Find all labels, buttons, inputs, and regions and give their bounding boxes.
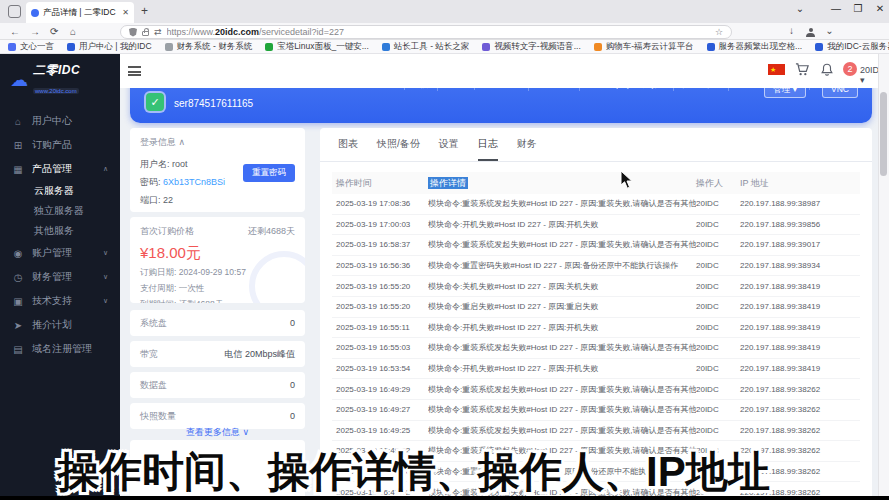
sidebar-item[interactable]: ⊞ 订购产品 <box>0 133 120 157</box>
sidebar-item-label: 账户管理 <box>32 246 72 260</box>
port-value: 22 <box>163 195 173 205</box>
bookmark-star-icon[interactable]: ☆ <box>715 27 723 37</box>
sidebar-item[interactable]: 云服务器 <box>0 181 120 201</box>
sidebar-item[interactable]: ◷ 财务管理 ∨ <box>0 265 120 289</box>
bookmark-label: 文心一言 <box>20 41 54 53</box>
log-table-row[interactable]: 2025-03-19 16:49:29 模块命令:重装系统发起失败#Host I… <box>332 379 860 400</box>
sidebar-item[interactable]: ➤ 推介计划 <box>0 313 120 337</box>
scrollbar-thumb[interactable] <box>880 92 887 176</box>
list-tabs-icon[interactable]: ⌄ <box>790 3 810 14</box>
minimize-button[interactable]: — <box>826 3 846 14</box>
server-banner: CentOS-7.5.2111-x64 4核 1GB 15G硬盘 4G盘+1 1… <box>130 88 872 123</box>
order-info-card: 首次订购价格 还剩4688天 ¥18.00元 订购日期: 2024-09-29 … <box>130 217 305 303</box>
col-ip: IP 地址 <box>740 177 860 190</box>
cart-icon[interactable] <box>795 62 810 77</box>
login-card-title[interactable]: 登录信息 ∧ <box>140 136 295 149</box>
sidebar-item[interactable]: ▦ 产品管理 ∧ <box>0 157 120 181</box>
panel-tab[interactable]: 设置 <box>439 137 459 161</box>
bookmark-item[interactable]: 宝塔Linux面板_一键安... <box>265 41 369 53</box>
panel-tab[interactable]: 日志 <box>478 137 498 161</box>
log-detail: 模块命令:重置密码失败#Host ID 227 - 原因:备份还原中不能执行该操… <box>428 260 696 271</box>
bookmark-item[interactable]: 购物车-福寿云计算平台 <box>594 41 694 53</box>
info-row-value: 0 <box>290 380 295 390</box>
log-table-row[interactable]: 2025-03-19 17:00:03 模块命令:开机失败#Host ID 22… <box>332 215 860 236</box>
server-specs: CentOS-7.5.2111-x64 4核 1GB 15G硬盘 4G盘+1 1… <box>300 88 810 91</box>
close-button[interactable]: ✕ <box>870 3 889 14</box>
log-table-row[interactable]: 2025-03-19 16:55:20 模块命令:重启失败#Host ID 22… <box>332 297 860 318</box>
log-panel: 图表 快照/备份 设置 日志 财务 操作时间 操作详情 操作人 IP 地址 20… <box>320 128 872 496</box>
sidebar-item[interactable]: ⌂ 用户中心 <box>0 109 120 133</box>
sidebar-item[interactable]: ▣ 技术支持 ∨ <box>0 289 120 313</box>
browser-tab[interactable]: 产品详情 | 二零IDC ✕ <box>26 2 134 23</box>
log-operator: 20IDC <box>696 282 740 291</box>
panel-tab[interactable]: 图表 <box>338 137 358 161</box>
log-table-row[interactable]: 2025-03-19 16:55:03 模块命令:重装系统发起失败#Host I… <box>332 338 860 359</box>
tab-title: 产品详情 | 二零IDC <box>43 7 118 19</box>
caret-down-icon: ▾ <box>860 75 865 85</box>
panel-tab-label: 日志 <box>478 138 498 149</box>
brand-logo[interactable]: ☁ 二零IDC www.20idc.com <box>0 54 120 103</box>
log-table-row[interactable]: 2025-03-19 16:58:37 模块命令:重装系统发起失败#Host I… <box>332 235 860 256</box>
lock-icon[interactable] <box>142 31 149 36</box>
log-ip: 220.197.188.99:39856 <box>740 220 860 229</box>
sidebar-item-label: 订购产品 <box>32 138 72 152</box>
log-table-row[interactable]: 2025-03-19 16:53:54 模块命令:开机失败#Host ID 22… <box>332 359 860 380</box>
bookmark-item[interactable]: 用户中心 | 我的IDC <box>67 41 152 53</box>
more-info-link[interactable]: 查看更多信息 ∨ <box>130 426 305 439</box>
hamburger-icon[interactable] <box>128 66 141 76</box>
bookmark-item[interactable]: 服务器频繁出现空格... <box>707 41 803 53</box>
log-table-row[interactable]: 2025-03-19 16:55:20 模块命令:关机失败#Host ID 22… <box>332 276 860 297</box>
sidebar-item[interactable]: 其他服务 <box>0 221 120 241</box>
bookmark-item[interactable]: 我的IDC-云服务器主... <box>815 41 889 53</box>
tab-close-icon[interactable]: ✕ <box>122 8 129 17</box>
log-detail: 模块命令:重装系统发起失败#Host ID 227 - 原因:重装失败,请确认是… <box>428 239 696 250</box>
server-spec-item: 15G硬盘 <box>475 88 529 91</box>
home-icon[interactable]: ⌂ <box>70 26 76 37</box>
bell-icon[interactable] <box>820 62 834 77</box>
manage-button[interactable]: 管理 ▾ <box>764 88 806 98</box>
restore-button[interactable]: ❐ <box>848 3 868 14</box>
reset-password-button[interactable]: 重置密码 <box>243 164 295 182</box>
log-time: 2025-03-19 16:55:20 <box>332 282 428 291</box>
back-icon[interactable]: ← <box>10 26 20 37</box>
extensions-icon[interactable]: ⌄ <box>824 25 835 36</box>
log-table-row[interactable]: 2025-03-19 16:55:11 模块命令:开机失败#Host ID 22… <box>332 318 860 339</box>
panel-tab-label: 财务 <box>517 138 537 149</box>
vnc-button[interactable]: VNC <box>822 88 858 98</box>
firefox-view-icon[interactable] <box>8 5 21 18</box>
expire-value: 还剩4688天 <box>179 299 223 303</box>
bookmark-item[interactable]: 文心一言 <box>8 41 54 53</box>
brand-name: 二零IDC <box>33 62 80 79</box>
url-path: /servicedetail?id=227 <box>259 27 344 37</box>
language-flag-icon[interactable]: ★ <box>768 64 785 75</box>
sidebar-item[interactable]: ▤ 域名注册管理 <box>0 337 120 361</box>
log-table-row[interactable]: 2025-03-19 16:49:27 模块命令:重装系统发起失败#Host I… <box>332 400 860 421</box>
shield-icon[interactable] <box>129 28 137 37</box>
log-operator: 20IDC <box>696 343 740 352</box>
collapse-icon[interactable]: ∧ <box>179 137 186 147</box>
log-table-row[interactable]: 2025-03-19 16:56:36 模块命令:重置密码失败#Host ID … <box>332 256 860 277</box>
sidebar-item-label: 技术支持 <box>32 294 72 308</box>
url-bar[interactable]: ⇄ https://www.20idc.com/servicedetail?id… <box>120 25 732 39</box>
sidebar-item[interactable]: ◉ 账户管理 ∨ <box>0 241 120 265</box>
log-detail: 模块命令:开机失败#Host ID 227 - 原因:开机失败 <box>428 322 696 333</box>
user-avatar[interactable]: 2 <box>843 62 857 76</box>
sidebar-item[interactable]: 独立服务器 <box>0 201 120 221</box>
log-table-row[interactable]: 2025-03-19 17:08:36 模块命令:重装系统发起失败#Host I… <box>332 194 860 215</box>
new-tab-button[interactable]: + <box>141 4 148 18</box>
bookmark-item[interactable]: 视频转文字-视频语音... <box>482 41 580 53</box>
url-text[interactable]: https://www.20idc.com/servicedetail?id=2… <box>167 27 710 37</box>
bookmark-item[interactable]: 站长工具 - 站长之家 <box>382 41 470 53</box>
panel-tab[interactable]: 快照/备份 <box>377 137 420 161</box>
account-icon[interactable] <box>806 28 815 37</box>
sidebar-item-label: 独立服务器 <box>34 204 84 218</box>
downloads-icon[interactable]: ↓ <box>786 25 797 36</box>
bookmark-item[interactable]: 财务系统 - 财务系统 <box>165 41 253 53</box>
forward-icon[interactable]: → <box>30 26 40 37</box>
panel-tab[interactable]: 财务 <box>517 137 537 161</box>
info-row-label: 快照数量 <box>140 410 176 423</box>
swap-icon[interactable]: ⇄ <box>154 27 162 37</box>
sidebar-item-icon: ⊞ <box>12 140 24 151</box>
log-table-row[interactable]: 2025-03-19 16:49:25 模块命令:重装系统发起失败#Host I… <box>332 421 860 442</box>
reload-icon[interactable]: ⟳ <box>50 26 58 37</box>
